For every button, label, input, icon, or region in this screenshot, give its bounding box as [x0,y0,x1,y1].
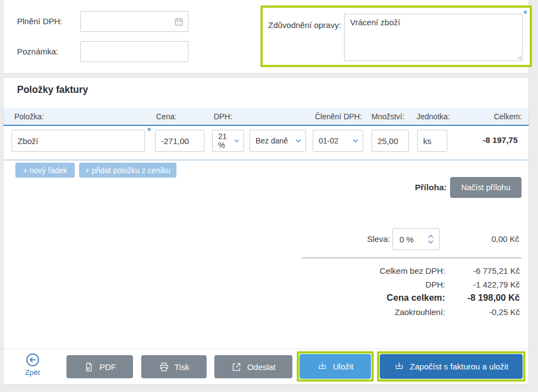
row-total-value: -8 197,75 [483,135,518,145]
tax-mode-select[interactable]: Bez daně [249,130,306,152]
items-section-title: Položky faktury [17,84,88,96]
load-attachment-button[interactable]: Načíst přílohu [450,177,522,198]
offset-save-button-highlight: Započíst s fakturou a uložit [377,351,525,382]
summary-label: Zaokrouhlení: [395,307,445,317]
printer-icon [159,362,169,372]
note-label: Poznámka: [17,47,58,56]
chevron-down-icon [296,139,301,143]
chevron-down-icon[interactable] [428,240,434,244]
unit-input[interactable] [417,130,447,152]
col-unit: Jednotka: [417,112,450,121]
summary-label: DPH: [425,280,445,289]
print-label: Tisk [175,362,190,372]
col-vat-breakdown: Členění DPH: [315,112,362,121]
discount-stepper[interactable]: 0 % [392,228,440,250]
pdf-button[interactable]: PDF PDF [66,355,133,378]
items-table-header: Položka: Cena: DPH: Členění DPH: Množstv… [3,108,529,126]
offset-and-save-button[interactable]: Započíst s fakturou a uložit [380,354,523,379]
add-from-pricelist-button[interactable]: + přidat položku z ceníku [79,163,176,178]
col-total: Celkem: [494,112,522,121]
col-price: Cena: [156,112,176,121]
vat-rate-value: 21 % [218,132,234,150]
correction-reason-highlight: Zdůvodnění opravy: Vrácení zboží * [260,5,532,67]
quantity-input[interactable] [371,130,409,152]
col-item: Položka: [14,112,44,121]
tax-mode-value: Bez daně [256,136,288,145]
pdf-file-icon: PDF [84,362,94,372]
svg-text:PDF: PDF [87,367,91,369]
save-icon [317,361,328,372]
row-divider [3,159,529,161]
summary-row-grand-total: Cena celkem: -8 198,00 Kč [289,292,520,306]
correction-reason-textarea[interactable]: Vrácení zboží [344,14,523,61]
back-label: Zpět [21,368,43,377]
summary-row-vat: DPH: -1 422,79 Kč [289,278,520,292]
send-label: Odeslat [247,362,276,372]
summary-value: -8 198,00 Kč [468,292,520,303]
save-label: Uložit [333,362,354,371]
invoice-edit-screen: Plnění DPH: Poznámka: Zdůvodnění opravy:… [0,0,538,392]
vat-breakdown-value: 01-02 [319,136,339,145]
send-button[interactable]: Odeslat [214,355,292,378]
save-button[interactable]: Uložit [299,354,371,379]
discount-label: Sleva: [367,234,390,244]
price-input[interactable] [155,130,204,152]
summary-label: Celkem bez DPH: [380,266,445,275]
note-input[interactable] [80,41,188,62]
col-quantity: Množství: [371,112,404,121]
item-row: * 21 % Bez daně 01-02 -8 197,75 [3,128,529,157]
totals-summary: Celkem bez DPH: -6 775,21 Kč DPH: -1 422… [289,264,520,319]
vat-fulfillment-date-input[interactable] [80,11,188,32]
save-icon [394,361,404,372]
vat-fulfillment-label: Plnění DPH: [17,16,63,26]
send-icon [231,362,242,372]
summary-label: Cena celkem: [387,292,445,303]
offset-and-save-label: Započíst s fakturou a uložit [410,362,508,371]
top-form-card: Plnění DPH: Poznámka: Zdůvodnění opravy:… [3,0,529,74]
stepper-arrows[interactable] [428,235,439,244]
vat-rate-select[interactable]: 21 % [212,130,244,152]
new-row-button[interactable]: + nový řádek [15,163,75,178]
summary-value: -0,25 Kč [489,307,520,317]
vat-breakdown-select[interactable]: 01-02 [313,130,363,152]
footer-divider [3,349,529,349]
back-button[interactable]: Zpět [21,352,43,377]
arrow-left-circle-icon [25,352,40,367]
pdf-label: PDF [99,362,116,372]
summary-value: -6 775,21 Kč [473,266,520,275]
chevron-down-icon [234,139,239,143]
attachment-label: Příloha: [415,183,447,192]
invoice-items-card: Položky faktury Položka: Cena: DPH: Člen… [3,77,529,385]
correction-reason-label: Zdůvodnění opravy: [268,20,341,30]
summary-row-subtotal: Celkem bez DPH: -6 775,21 Kč [289,264,520,278]
chevron-up-icon[interactable] [428,235,434,238]
col-vat: DPH: [214,112,232,121]
discount-amount: 0,00 Kč [491,234,519,244]
required-asterisk: * [523,9,527,20]
chevron-down-icon [353,139,358,143]
save-button-highlight: Uložit [297,351,374,382]
summary-row-rounding: Zaokrouhlení: -0,25 Kč [289,306,520,319]
item-name-input[interactable] [12,130,145,152]
required-asterisk: * [147,126,151,137]
discount-value: 0 % [393,235,428,244]
summary-value: -1 422,79 Kč [473,280,520,289]
print-button[interactable]: Tisk [141,355,207,378]
summary-divider [302,257,522,258]
